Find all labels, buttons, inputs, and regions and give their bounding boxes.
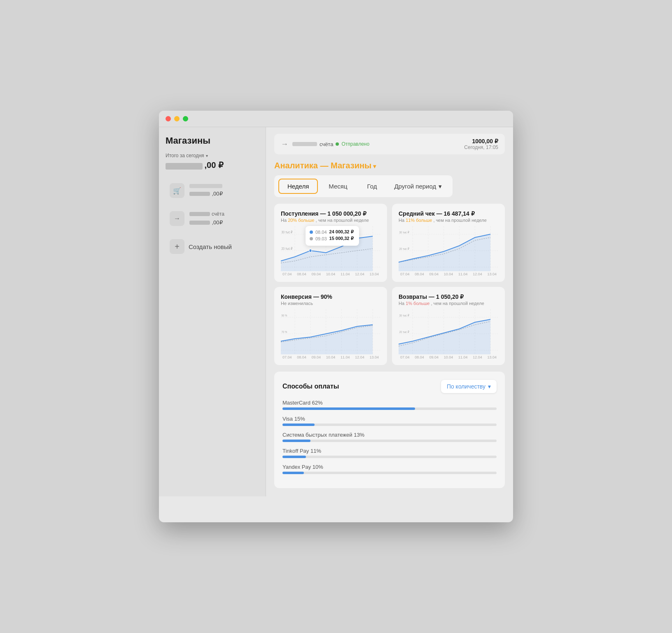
sidebar-summary-label: Итого за сегодня ▾ [166,153,259,158]
payment-bar-bg-visa [282,424,497,426]
chart-area-conv: 90 % 70 % 07.0408.0409.0410.0411.0412.04… [281,309,380,358]
x-labels-returns: 07.0408.0409.0410.0411.0412.0413.04 [399,354,498,359]
analytics-header: Аналитика — Магазины ▾ [274,161,505,170]
chart-svg-conv: 90 % 70 % [281,309,380,354]
total-blurred [166,163,203,170]
payment-bar-fill-visa [282,424,315,426]
chart-card-revenue: Поступления — 1 050 000,20 ₽ На 20% боль… [274,204,387,282]
other-period-chevron-icon: ▾ [439,183,442,190]
chart-subtitle-avg: На 11% больше , чем на прошлой неделе [399,218,498,223]
chart-card-returns: Возвраты — 1 050,20 ₽ На 1% больше , чем… [392,287,505,365]
status-dot [336,142,339,146]
svg-text:20 тыс ₽: 20 тыс ₽ [282,247,293,251]
payment-title: Способы оплаты [282,383,339,390]
invoice-item-value: ,00₽ [189,219,255,226]
chart-area-revenue: 08.04 24 000,32 ₽ 09.03 15 000,32 ₽ [281,226,380,275]
payment-section: Способы оплаты По количеству ▾ MasterCar… [274,372,505,488]
shop-icon: 🛒 [170,183,184,198]
x-labels-conv: 07.0408.0409.0410.0411.0412.0413.04 [281,354,380,359]
close-button[interactable] [166,116,171,121]
chart-title-revenue: Поступления — 1 050 000,20 ₽ [281,210,380,217]
chart-area-returns: 30 тыс ₽ 20 тыс ₽ 07.0408.0409.0410.0411… [399,309,498,358]
chart-grid: Поступления — 1 050 000,20 ₽ На 20% боль… [274,204,505,365]
change-positive-avg: 11% больше [406,218,432,223]
payment-label-sbp: Система быстрых платежей 13% [282,432,497,438]
top-bar-right: 1000,00 ₽ Сегодня, 17:05 [464,138,498,150]
payment-header: Способы оплаты По количеству ▾ [282,380,497,393]
chart-title-returns: Возвраты — 1 050,20 ₽ [399,293,498,300]
top-bar-blurred [292,142,317,146]
svg-text:30 тыс ₽: 30 тыс ₽ [282,230,293,234]
svg-text:20 тыс ₽: 20 тыс ₽ [399,330,409,334]
sidebar-total: ,00 ₽ [166,160,259,170]
payment-label-tinkoff: Tinkoff Pay 11% [282,448,497,454]
svg-text:90 %: 90 % [282,314,287,317]
sort-dropdown[interactable]: По количеству ▾ [441,380,497,393]
chart-card-avg: Средний чек — 16 487,14 ₽ На 11% больше … [392,204,505,282]
payment-bar-bg-yandex [282,472,497,474]
payment-bar-bg-sbp [282,440,497,442]
svg-text:70 %: 70 % [282,330,287,334]
svg-text:30 тыс ₽: 30 тыс ₽ [399,230,409,234]
titlebar [159,111,513,127]
svg-text:30 тыс ₽: 30 тыс ₽ [399,314,409,317]
tooltip-dot-prev [310,237,313,240]
svg-text:20 тыс ₽: 20 тыс ₽ [399,247,409,251]
maximize-button[interactable] [183,116,188,121]
tab-month[interactable]: Месяц [320,179,356,194]
chart-subtitle-revenue: На 20% больше , чем на прошлой неделе [281,218,380,223]
create-new-button[interactable]: + Создать новый [166,234,259,259]
chart-title-avg: Средний чек — 16 487,14 ₽ [399,210,498,217]
payment-item-visa: Visa 15% [282,416,497,426]
chart-card-conv: Конверсия — 90% Не изменилась [274,287,387,365]
payment-bar-fill-mastercard [282,407,415,410]
payment-item-tinkoff: Tinkoff Pay 11% [282,448,497,458]
chart-subtitle-returns: На 1% больше , чем на прошлой неделе [399,301,498,306]
payment-item-sbp: Система быстрых платежей 13% [282,432,497,442]
minimize-button[interactable] [174,116,180,121]
invoice-icon: → [170,211,184,226]
main-window: Магазины Итого за сегодня ▾ ,00 ₽ 🛒 ,00₽ [159,111,513,522]
payment-label-mastercard: MasterCard 62% [282,400,497,406]
payment-label-yandex: Yandex Pay 10% [282,464,497,470]
shop-item-value: ,00₽ [189,190,255,197]
tab-other-period[interactable]: Другой период ▾ [387,179,448,194]
chart-subtitle-conv: Не изменилась [281,301,380,306]
tab-year[interactable]: Год [358,179,386,194]
chart-tooltip-revenue: 08.04 24 000,32 ₽ 09.03 15 000,32 ₽ [306,226,359,246]
top-bar-info: счёта Отправлено [292,141,369,147]
shop-item-name-blurred [189,184,222,188]
chart-area-avg: 30 тыс ₽ 20 тыс ₽ 07.0408.0409.0410.0411… [399,226,498,275]
chevron-down-icon: ▾ [206,154,208,158]
tab-week[interactable]: Неделя [278,179,318,194]
payment-bar-bg-tinkoff [282,456,497,458]
chart-svg-returns: 30 тыс ₽ 20 тыс ₽ [399,309,498,354]
top-bar-left: → счёта Отправлено [281,140,369,149]
x-labels-avg: 07.0408.0409.0410.0411.0412.0413.04 [399,271,498,276]
store-name-link[interactable]: Магазины [331,161,371,170]
svg-point-11 [309,249,312,252]
change-negative-returns: 1% больше [406,301,429,306]
x-labels-revenue: 07.0408.0409.0410.0411.0412.0413.04 [281,271,380,276]
invoice-item-name: счёта [189,211,255,217]
plus-icon: + [170,239,184,254]
change-positive-revenue: 20% больше [288,218,314,223]
payment-bar-fill-yandex [282,472,304,474]
sidebar-title: Магазины [166,135,259,146]
main-content: → счёта Отправлено 1000,00 ₽ Сегодня, 17… [266,127,513,496]
store-chevron-icon[interactable]: ▾ [371,163,376,170]
sidebar: Магазины Итого за сегодня ▾ ,00 ₽ 🛒 ,00₽ [159,127,266,496]
payment-item-mastercard: MasterCard 62% [282,400,497,410]
sidebar-item-invoice[interactable]: → счёта ,00₽ [166,206,259,231]
chart-title-conv: Конверсия — 90% [281,293,380,300]
top-bar: → счёта Отправлено 1000,00 ₽ Сегодня, 17… [274,134,505,154]
payment-bar-fill-sbp [282,440,310,442]
payment-bar-fill-tinkoff [282,456,306,458]
payment-bar-bg-mastercard [282,407,497,410]
tooltip-dot-current [310,230,313,234]
chart-svg-avg: 30 тыс ₽ 20 тыс ₽ [399,226,498,271]
payment-label-visa: Visa 15% [282,416,497,422]
sort-chevron-icon: ▾ [488,383,491,390]
payment-item-yandex: Yandex Pay 10% [282,464,497,474]
sidebar-item-shop[interactable]: 🛒 ,00₽ [166,178,259,203]
